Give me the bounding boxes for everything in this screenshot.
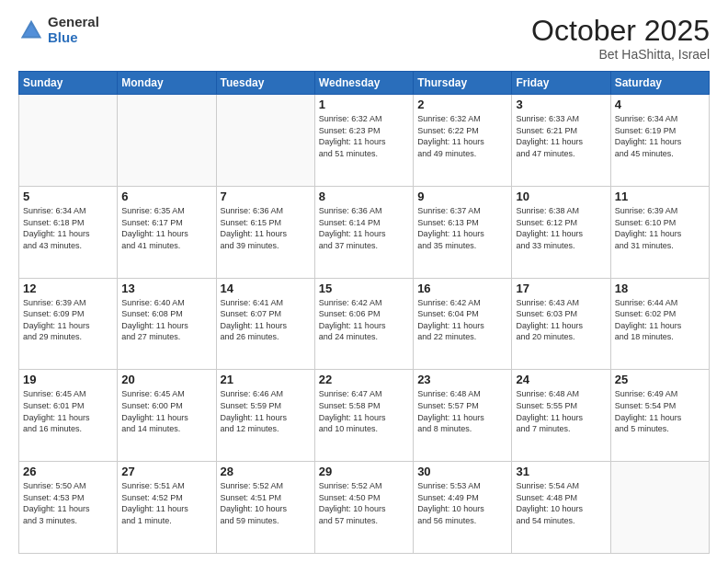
day-info: Sunrise: 6:39 AM Sunset: 6:09 PM Dayligh…	[23, 297, 113, 343]
day-info: Sunrise: 6:42 AM Sunset: 6:04 PM Dayligh…	[417, 297, 507, 343]
table-row	[610, 462, 709, 554]
table-row	[19, 95, 118, 187]
day-info: Sunrise: 5:54 AM Sunset: 4:48 PM Dayligh…	[516, 480, 606, 526]
day-info: Sunrise: 6:32 AM Sunset: 6:23 PM Dayligh…	[319, 113, 409, 159]
day-number: 4	[615, 98, 705, 111]
day-number: 30	[417, 465, 507, 478]
day-info: Sunrise: 5:51 AM Sunset: 4:52 PM Dayligh…	[121, 480, 211, 526]
day-number: 11	[615, 190, 705, 203]
day-info: Sunrise: 5:52 AM Sunset: 4:50 PM Dayligh…	[319, 480, 409, 526]
table-row: 26Sunrise: 5:50 AM Sunset: 4:53 PM Dayli…	[19, 462, 118, 554]
table-row: 14Sunrise: 6:41 AM Sunset: 6:07 PM Dayli…	[216, 278, 314, 370]
day-number: 20	[121, 373, 211, 386]
day-number: 5	[23, 190, 113, 203]
day-number: 6	[121, 190, 211, 203]
table-row: 17Sunrise: 6:43 AM Sunset: 6:03 PM Dayli…	[512, 278, 610, 370]
location: Bet HaShitta, Israel	[531, 47, 710, 62]
day-info: Sunrise: 5:53 AM Sunset: 4:49 PM Dayligh…	[417, 480, 507, 526]
day-info: Sunrise: 6:45 AM Sunset: 6:01 PM Dayligh…	[23, 388, 113, 434]
col-sunday: Sunday	[19, 72, 118, 95]
calendar-header-row: Sunday Monday Tuesday Wednesday Thursday…	[19, 72, 710, 95]
table-row: 8Sunrise: 6:36 AM Sunset: 6:14 PM Daylig…	[314, 186, 413, 278]
day-number: 12	[23, 282, 113, 295]
calendar-week-row: 5Sunrise: 6:34 AM Sunset: 6:18 PM Daylig…	[19, 186, 710, 278]
table-row: 15Sunrise: 6:42 AM Sunset: 6:06 PM Dayli…	[314, 278, 413, 370]
day-info: Sunrise: 6:39 AM Sunset: 6:10 PM Dayligh…	[615, 205, 705, 251]
col-thursday: Thursday	[414, 72, 512, 95]
day-info: Sunrise: 6:35 AM Sunset: 6:17 PM Dayligh…	[121, 205, 211, 251]
header: General Blue October 2025 Bet HaShitta, …	[18, 15, 710, 62]
table-row: 7Sunrise: 6:36 AM Sunset: 6:15 PM Daylig…	[216, 186, 314, 278]
col-friday: Friday	[512, 72, 610, 95]
table-row: 20Sunrise: 6:45 AM Sunset: 6:00 PM Dayli…	[118, 370, 216, 462]
day-number: 28	[221, 465, 311, 478]
table-row: 18Sunrise: 6:44 AM Sunset: 6:02 PM Dayli…	[610, 278, 709, 370]
day-number: 14	[221, 282, 311, 295]
calendar-week-row: 19Sunrise: 6:45 AM Sunset: 6:01 PM Dayli…	[19, 370, 710, 462]
day-number: 17	[516, 282, 606, 295]
day-number: 3	[516, 98, 606, 111]
day-info: Sunrise: 6:46 AM Sunset: 5:59 PM Dayligh…	[221, 388, 311, 434]
day-number: 8	[319, 190, 409, 203]
day-info: Sunrise: 6:45 AM Sunset: 6:00 PM Dayligh…	[121, 388, 211, 434]
table-row: 10Sunrise: 6:38 AM Sunset: 6:12 PM Dayli…	[512, 186, 610, 278]
day-number: 15	[319, 282, 409, 295]
day-number: 24	[516, 373, 606, 386]
table-row: 11Sunrise: 6:39 AM Sunset: 6:10 PM Dayli…	[610, 186, 709, 278]
day-number: 22	[319, 373, 409, 386]
day-number: 31	[516, 465, 606, 478]
table-row: 22Sunrise: 6:47 AM Sunset: 5:58 PM Dayli…	[314, 370, 413, 462]
day-number: 26	[23, 465, 113, 478]
col-tuesday: Tuesday	[216, 72, 314, 95]
table-row: 19Sunrise: 6:45 AM Sunset: 6:01 PM Dayli…	[19, 370, 118, 462]
table-row: 21Sunrise: 6:46 AM Sunset: 5:59 PM Dayli…	[216, 370, 314, 462]
day-number: 19	[23, 373, 113, 386]
table-row: 24Sunrise: 6:48 AM Sunset: 5:55 PM Dayli…	[512, 370, 610, 462]
day-number: 1	[319, 98, 409, 111]
day-number: 23	[417, 373, 507, 386]
table-row: 30Sunrise: 5:53 AM Sunset: 4:49 PM Dayli…	[414, 462, 512, 554]
day-number: 27	[121, 465, 211, 478]
table-row	[118, 95, 216, 187]
table-row: 1Sunrise: 6:32 AM Sunset: 6:23 PM Daylig…	[314, 95, 413, 187]
day-info: Sunrise: 6:47 AM Sunset: 5:58 PM Dayligh…	[319, 388, 409, 434]
day-info: Sunrise: 6:38 AM Sunset: 6:12 PM Dayligh…	[516, 205, 606, 251]
day-info: Sunrise: 6:43 AM Sunset: 6:03 PM Dayligh…	[516, 297, 606, 343]
page: General Blue October 2025 Bet HaShitta, …	[0, 0, 728, 563]
day-info: Sunrise: 6:32 AM Sunset: 6:22 PM Dayligh…	[417, 113, 507, 159]
table-row: 12Sunrise: 6:39 AM Sunset: 6:09 PM Dayli…	[19, 278, 118, 370]
table-row: 27Sunrise: 5:51 AM Sunset: 4:52 PM Dayli…	[118, 462, 216, 554]
col-monday: Monday	[118, 72, 216, 95]
day-number: 16	[417, 282, 507, 295]
day-info: Sunrise: 6:33 AM Sunset: 6:21 PM Dayligh…	[516, 113, 606, 159]
table-row: 5Sunrise: 6:34 AM Sunset: 6:18 PM Daylig…	[19, 186, 118, 278]
logo-blue-text: Blue	[48, 30, 99, 46]
calendar-week-row: 12Sunrise: 6:39 AM Sunset: 6:09 PM Dayli…	[19, 278, 710, 370]
table-row: 29Sunrise: 5:52 AM Sunset: 4:50 PM Dayli…	[314, 462, 413, 554]
day-info: Sunrise: 5:50 AM Sunset: 4:53 PM Dayligh…	[23, 480, 113, 526]
day-info: Sunrise: 6:40 AM Sunset: 6:08 PM Dayligh…	[121, 297, 211, 343]
month-title: October 2025	[531, 15, 710, 47]
day-number: 21	[221, 373, 311, 386]
day-number: 9	[417, 190, 507, 203]
day-number: 2	[417, 98, 507, 111]
day-info: Sunrise: 6:37 AM Sunset: 6:13 PM Dayligh…	[417, 205, 507, 251]
day-info: Sunrise: 6:42 AM Sunset: 6:06 PM Dayligh…	[319, 297, 409, 343]
day-info: Sunrise: 6:36 AM Sunset: 6:15 PM Dayligh…	[221, 205, 311, 251]
calendar-week-row: 26Sunrise: 5:50 AM Sunset: 4:53 PM Dayli…	[19, 462, 710, 554]
logo: General Blue	[18, 15, 99, 45]
logo-text: General Blue	[48, 15, 99, 45]
day-info: Sunrise: 6:48 AM Sunset: 5:55 PM Dayligh…	[516, 388, 606, 434]
logo-icon	[18, 17, 44, 43]
day-info: Sunrise: 6:41 AM Sunset: 6:07 PM Dayligh…	[221, 297, 311, 343]
table-row: 28Sunrise: 5:52 AM Sunset: 4:51 PM Dayli…	[216, 462, 314, 554]
col-wednesday: Wednesday	[314, 72, 413, 95]
table-row: 31Sunrise: 5:54 AM Sunset: 4:48 PM Dayli…	[512, 462, 610, 554]
day-number: 13	[121, 282, 211, 295]
day-info: Sunrise: 6:48 AM Sunset: 5:57 PM Dayligh…	[417, 388, 507, 434]
calendar-table: Sunday Monday Tuesday Wednesday Thursday…	[18, 71, 710, 554]
day-info: Sunrise: 6:34 AM Sunset: 6:18 PM Dayligh…	[23, 205, 113, 251]
day-number: 25	[615, 373, 705, 386]
table-row: 2Sunrise: 6:32 AM Sunset: 6:22 PM Daylig…	[414, 95, 512, 187]
table-row: 16Sunrise: 6:42 AM Sunset: 6:04 PM Dayli…	[414, 278, 512, 370]
